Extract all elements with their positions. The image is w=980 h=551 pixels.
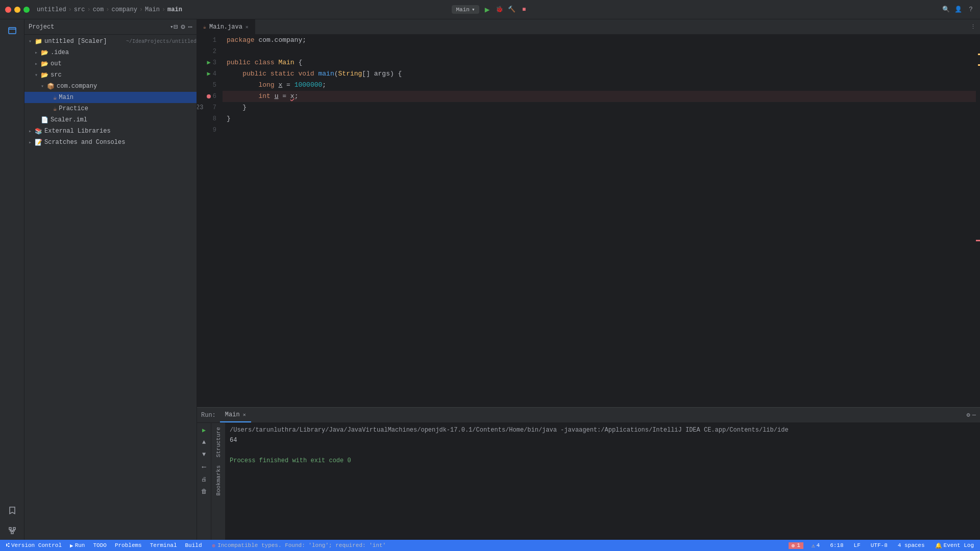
status-tab-version-control[interactable]: ⑆ Version Control <box>4 542 64 548</box>
code-content[interactable]: package com.company; public class Main { <box>223 35 980 407</box>
status-bar: ⑆ Version Control ▶ Run TODO Problems Te… <box>0 540 980 551</box>
run-tab-label: Run <box>75 542 85 548</box>
iml-file-icon: 📄 <box>41 116 48 124</box>
status-tab-todo[interactable]: TODO <box>91 542 108 548</box>
cursor-position[interactable]: 6:18 <box>828 542 845 548</box>
panel-settings-icon[interactable]: ⚙ <box>967 411 970 419</box>
sidebar-icon-settings[interactable]: ⚙ <box>181 22 185 31</box>
tab-bar-right: ⋮ <box>255 19 980 34</box>
breadcrumb-com[interactable]: com <box>93 6 104 13</box>
tree-label-ext-libs: External Libraries <box>44 128 197 135</box>
breadcrumb-src[interactable]: src <box>74 6 85 13</box>
soft-wrap-button[interactable]: ⟵ <box>199 462 209 472</box>
run-gutter-arrow-3[interactable]: ▶ <box>207 57 211 68</box>
tree-item-practice[interactable]: ☕ Practice <box>24 103 197 114</box>
line-sep-text: LF <box>854 542 861 548</box>
search-everywhere-icon[interactable]: 🔍 <box>942 6 950 14</box>
code-line-9 <box>223 124 980 136</box>
tree-item-external-libs[interactable]: ▸ 📚 External Libraries <box>24 126 197 137</box>
tree-item-src[interactable]: ▾ 📂 src <box>24 69 197 81</box>
line-num-6: 6 <box>207 91 216 102</box>
tree-label-scaler-iml: Scaler.iml <box>51 116 197 123</box>
sidebar-tab-structure[interactable] <box>3 521 21 540</box>
bookmarks-vertical-tab[interactable]: Bookmarks <box>213 461 224 499</box>
status-tab-build[interactable]: Build <box>183 542 204 548</box>
status-tab-terminal[interactable]: Terminal <box>148 542 179 548</box>
panel-tab-main-close[interactable]: ✕ <box>243 412 246 418</box>
tree-item-main[interactable]: ☕ Main <box>24 92 197 103</box>
more-tabs-button[interactable]: ⋮ <box>970 23 976 30</box>
tree-item-scratches[interactable]: ▸ 📝 Scratches and Consoles <box>24 137 197 148</box>
tree-item-root[interactable]: ▾ 📁 untitled [Scaler] ~/IdeaProjects/unt… <box>24 36 197 47</box>
breadcrumb-main-class[interactable]: Main <box>145 6 160 13</box>
console-output[interactable]: /Users/tarunluthra/Library/Java/JavaVirt… <box>226 423 980 540</box>
breadcrumb-project[interactable]: untitled <box>37 6 66 13</box>
line-num-7: 23 7 <box>197 102 216 113</box>
warning-count-badge[interactable]: ⚠ 4 <box>810 542 822 549</box>
line-num-1: 1 <box>213 35 216 46</box>
sidebar-dropdown-arrow[interactable]: ▾ <box>170 23 174 30</box>
expand-arrow-scratches: ▸ <box>29 139 35 145</box>
scroll-down-button[interactable]: ▼ <box>199 449 209 460</box>
encoding[interactable]: UTF-8 <box>869 542 890 548</box>
run-button[interactable]: ▶ <box>483 6 492 14</box>
tree-item-scaler-iml[interactable]: 📄 Scaler.iml <box>24 114 197 126</box>
sidebar-tab-bookmarks[interactable] <box>3 501 21 519</box>
error-count-badge[interactable]: ⊗ 1 <box>789 542 803 549</box>
print-button[interactable]: 🖨 <box>199 474 209 484</box>
structure-vertical-tab[interactable]: Structure <box>213 423 224 461</box>
sidebar-icon-more[interactable]: ⋯ <box>188 22 192 31</box>
maximize-button[interactable] <box>23 7 30 13</box>
line-separator[interactable]: LF <box>852 542 863 548</box>
error-message-text: Incompatible types. Found: 'long'; requi… <box>217 542 386 548</box>
profile-icon[interactable]: 👤 <box>954 6 963 14</box>
breadcrumb-company[interactable]: company <box>111 6 137 13</box>
help-icon[interactable]: ? <box>967 6 975 14</box>
status-tab-run[interactable]: ▶ Run <box>68 542 87 549</box>
tree-item-out[interactable]: ▸ 📂 out <box>24 58 197 69</box>
rerun-button[interactable]: ▶ <box>199 425 209 435</box>
folder-icon: 📂 <box>41 49 48 57</box>
code-line-6: int u = x ; <box>223 91 980 102</box>
run-config-selector[interactable]: Main ▾ <box>452 5 479 14</box>
bottom-panel: Run: Main ✕ ⚙ — ▶ ▲ ▼ ⟵ 🖨 🗑 <box>197 407 980 540</box>
code-line-8: } <box>223 113 980 124</box>
bottom-left-tabs: Structure Bookmarks <box>211 423 226 540</box>
sidebar-tab-project[interactable] <box>3 21 21 40</box>
tree-item-idea[interactable]: ▸ 📂 .idea <box>24 47 197 58</box>
tab-close-main-java[interactable]: ✕ <box>246 24 249 30</box>
svg-rect-3 <box>11 532 13 534</box>
error-scrollbar-indicator <box>976 35 980 407</box>
status-tab-problems[interactable]: Problems <box>113 542 144 548</box>
code-editor[interactable]: 1 2 ▶ 3 ▶ 4 5 6 23 7 <box>197 35 980 407</box>
expand-arrow-out: ▸ <box>35 61 41 67</box>
svg-rect-2 <box>13 528 15 530</box>
titlebar-center: Main ▾ ▶ 🐞 🔨 ■ <box>328 5 651 14</box>
terminal-label: Terminal <box>150 542 177 548</box>
expand-arrow: ▾ <box>29 38 35 44</box>
run-gutter-arrow-4[interactable]: ▶ <box>207 68 211 80</box>
titlebar: untitled › src › com › company › Main › … <box>0 0 980 19</box>
tree-item-com-company[interactable]: ▾ 📦 com.company <box>24 81 197 92</box>
main-area: Project ▾ ⊟ ⚙ ⋯ ▾ 📁 untitled [Scaler] ~/… <box>0 19 980 540</box>
panel-close-icon[interactable]: — <box>972 412 976 419</box>
external-libs-icon: 📚 <box>35 128 42 135</box>
build-button[interactable]: 🔨 <box>508 6 516 14</box>
scroll-up-button[interactable]: ▲ <box>199 437 209 447</box>
close-button[interactable] <box>5 7 11 13</box>
tab-main-java[interactable]: ☕ Main.java ✕ <box>197 19 255 34</box>
code-line-1: package com.company; <box>223 35 980 46</box>
sidebar-icon-collapse[interactable]: ⊟ <box>174 22 178 31</box>
clear-console-button[interactable]: 🗑 <box>199 486 209 496</box>
editor-column: ☕ Main.java ✕ ⋮ 1 2 ▶ 3 <box>197 19 980 540</box>
event-log[interactable]: 🔔 Event Log <box>933 542 976 549</box>
breadcrumb-main-method[interactable]: main <box>167 6 182 13</box>
indent-settings[interactable]: 4 spaces <box>896 542 927 548</box>
panel-tab-main[interactable]: Main ✕ <box>220 408 251 422</box>
stop-button[interactable]: ■ <box>520 6 528 14</box>
minimize-button[interactable] <box>14 7 20 13</box>
debug-button[interactable]: 🐞 <box>496 6 504 14</box>
line-num-3: ▶ 3 <box>207 57 216 68</box>
folder-icon-out: 📂 <box>41 60 48 68</box>
titlebar-right: 🔍 👤 ? <box>652 6 975 14</box>
